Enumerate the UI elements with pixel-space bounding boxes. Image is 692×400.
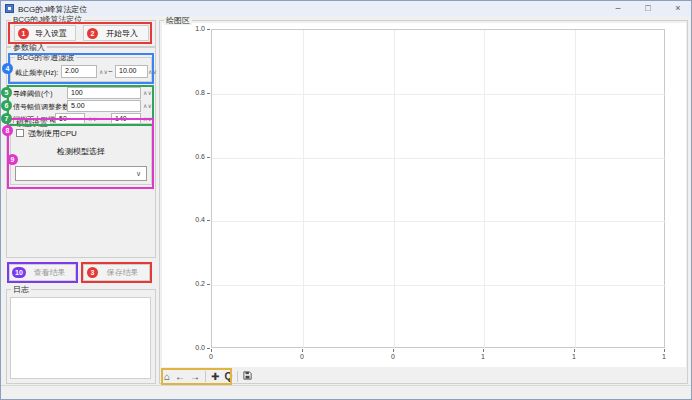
tick-mark — [207, 348, 210, 349]
gridline — [212, 158, 666, 159]
title-bar: BCG的J峰算法定位 – □ × — [1, 1, 692, 16]
plot-axes[interactable] — [211, 29, 665, 348]
annotation-badge-8: 8 — [2, 125, 13, 136]
annotation-badge-10: 10 — [12, 267, 26, 278]
y-tick-label: 0.0 — [187, 344, 205, 351]
x-tick-label: 1 — [473, 353, 493, 360]
gridline — [212, 221, 666, 222]
annotation-badge-4: 4 — [2, 63, 13, 74]
range-separator: ~ — [101, 114, 106, 123]
app-window: BCG的J峰算法定位 – □ × BCG的J峰算法定位 导入设置 开始导入 1 … — [0, 0, 692, 400]
y-tick-label: 1.0 — [187, 25, 205, 32]
tick-mark — [574, 349, 575, 352]
main-groupbox-label: BCG的J峰算法定位 — [11, 15, 84, 24]
log-groupbox-label: 日志 — [11, 285, 31, 294]
annotation-badge-1: 1 — [18, 28, 29, 39]
spinner-up-down-icon[interactable]: ∧∨ — [88, 115, 97, 123]
spinner-up-down-icon[interactable]: ∧∨ — [143, 102, 152, 110]
pan-icon[interactable]: ✚ — [211, 370, 219, 383]
annotation-badge-5: 5 — [1, 87, 12, 98]
x-tick-label: 0 — [292, 353, 312, 360]
app-icon — [5, 4, 14, 13]
bandpass-groupbox-label: BCG的带通滤波 — [15, 53, 76, 62]
tick-mark — [211, 349, 212, 352]
forward-icon[interactable]: → — [190, 370, 200, 383]
gridline — [484, 30, 485, 349]
annotation-badge-6: 6 — [1, 100, 12, 111]
home-icon[interactable]: ⌂ — [164, 370, 170, 383]
minimize-button[interactable]: – — [603, 1, 633, 16]
spinner-up-down-icon[interactable]: ∧∨ — [143, 89, 152, 97]
cutoff-low-input[interactable]: 2.00 — [61, 65, 97, 78]
model-select-label: 检测模型选择 — [10, 146, 152, 157]
spinner-up-down-icon[interactable]: ∧∨ — [148, 68, 157, 76]
amplitude-param-label: 信号幅值调整参数 — [13, 102, 69, 111]
y-tick-label: 0.6 — [187, 153, 205, 160]
chevron-down-icon[interactable]: ∨ — [136, 170, 141, 178]
x-tick-label: 1 — [564, 353, 584, 360]
tick-mark — [207, 157, 210, 158]
window-title: BCG的J峰算法定位 — [18, 4, 87, 15]
amplitude-param-input[interactable]: 5.00 — [67, 100, 141, 112]
status-bar: 0% — [1, 385, 692, 400]
force-cpu-label: 强制使用CPU — [28, 129, 77, 138]
log-textarea[interactable] — [10, 297, 151, 379]
tick-mark — [393, 349, 394, 352]
tick-mark — [483, 349, 484, 352]
cutoff-high-input[interactable]: 10.00 — [115, 65, 148, 78]
tick-mark — [207, 93, 210, 94]
force-cpu-checkbox[interactable] — [16, 129, 24, 137]
maximize-button[interactable]: □ — [633, 1, 663, 16]
save-icon[interactable] — [243, 370, 252, 383]
tick-mark — [207, 284, 210, 285]
gridline — [212, 94, 666, 95]
cutoff-frequency-label: 截止频率(Hz): — [15, 68, 58, 77]
x-tick-label: 1 — [654, 353, 674, 360]
annotation-badge-7: 7 — [1, 113, 12, 124]
annotation-badge-9: 9 — [7, 154, 18, 165]
model-select-combobox[interactable]: ∨ — [15, 166, 147, 181]
annotation-badge-3: 3 — [87, 267, 98, 278]
y-tick-label: 0.4 — [187, 216, 205, 223]
zoom-icon[interactable]: Q — [224, 370, 232, 383]
params-groupbox-label: 参数输入 — [11, 43, 47, 52]
model-groupbox-label: 模型设置 — [14, 119, 50, 128]
spinner-up-down-icon[interactable]: ∧∨ — [99, 68, 108, 76]
plot-toolbar: ⌂ ← → ✚ Q — [164, 369, 252, 384]
range-separator: ~ — [108, 67, 113, 76]
plot-groupbox-label: 绘图区 — [164, 16, 192, 25]
peak-threshold-input[interactable]: 100 — [67, 87, 141, 99]
toolbar-divider — [237, 371, 238, 382]
back-icon[interactable]: ← — [175, 370, 185, 383]
annotation-badge-2: 2 — [87, 28, 98, 39]
close-button[interactable]: × — [663, 1, 692, 16]
toolbar-divider — [205, 371, 206, 382]
gridline — [303, 30, 304, 349]
spinner-up-down-icon[interactable]: ∧∨ — [143, 115, 152, 123]
x-tick-label: 0 — [201, 353, 221, 360]
tick-mark — [207, 29, 210, 30]
gridline — [575, 30, 576, 349]
tick-mark — [207, 220, 210, 221]
tick-mark — [664, 349, 665, 352]
y-tick-label: 0.2 — [187, 280, 205, 287]
tick-mark — [302, 349, 303, 352]
peak-threshold-label: 寻峰阈值(个) — [13, 89, 53, 98]
gridline — [394, 30, 395, 349]
gridline — [212, 285, 666, 286]
y-tick-label: 0.8 — [187, 89, 205, 96]
x-tick-label: 0 — [383, 353, 403, 360]
